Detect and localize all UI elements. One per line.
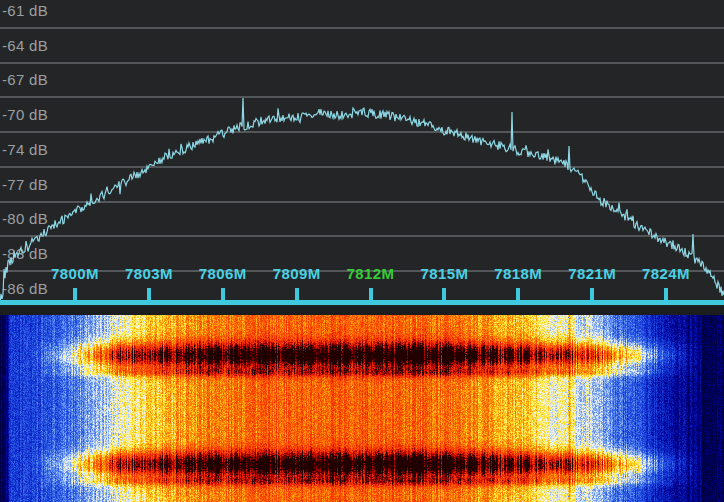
tick-mark bbox=[442, 288, 446, 300]
tick-mark bbox=[664, 288, 668, 300]
frequency-label[interactable]: 7806M bbox=[199, 265, 247, 282]
tick-mark bbox=[369, 288, 373, 300]
frequency-label[interactable]: 7800M bbox=[51, 265, 99, 282]
tick-mark bbox=[295, 288, 299, 300]
sdr-app-screen: -61 dB-64 dB-67 dB-70 dB-74 dB-77 dB-80 … bbox=[0, 0, 724, 502]
tick-mark bbox=[221, 288, 225, 300]
spectrum-plot[interactable]: -61 dB-64 dB-67 dB-70 dB-74 dB-77 dB-80 … bbox=[0, 0, 724, 306]
tick-mark bbox=[147, 288, 151, 300]
tick-mark bbox=[516, 288, 520, 300]
center-frequency-label[interactable]: 7812M bbox=[347, 265, 395, 282]
waterfall-display[interactable] bbox=[0, 315, 724, 502]
frequency-label[interactable]: 7815M bbox=[420, 265, 468, 282]
frequency-label[interactable]: 7809M bbox=[273, 265, 321, 282]
tick-mark bbox=[590, 288, 594, 300]
frequency-label[interactable]: 7824M bbox=[642, 265, 690, 282]
frequency-label[interactable]: 7821M bbox=[568, 265, 616, 282]
frequency-axis-baseline bbox=[0, 300, 724, 305]
frequency-label[interactable]: 7818M bbox=[494, 265, 542, 282]
spectrum-trace bbox=[0, 0, 724, 306]
frequency-label[interactable]: 7803M bbox=[125, 265, 173, 282]
tick-mark bbox=[73, 288, 77, 300]
